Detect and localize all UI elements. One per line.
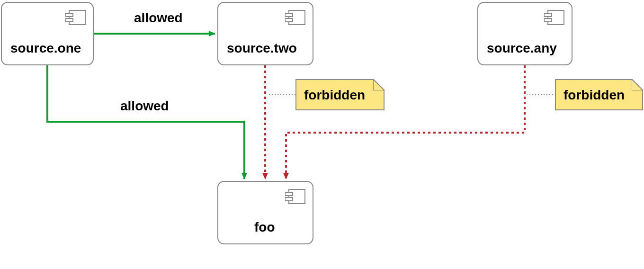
note-forbidden-two: forbidden (295, 79, 385, 110)
component-source-any: source.any (477, 2, 572, 65)
component-label: foo (254, 220, 275, 235)
svg-rect-8 (544, 18, 552, 22)
note-forbidden-any: forbidden (555, 79, 643, 110)
svg-rect-6 (548, 10, 564, 25)
svg-rect-3 (289, 10, 305, 25)
component-source-one: source.one (1, 2, 94, 65)
svg-rect-7 (544, 13, 552, 17)
note-label: forbidden (564, 88, 625, 103)
svg-rect-9 (289, 189, 305, 204)
component-icon (544, 9, 565, 28)
edge-label-allowed-horizontal: allowed (134, 10, 183, 26)
svg-rect-2 (65, 18, 73, 22)
component-label: source.any (487, 41, 557, 56)
svg-rect-10 (285, 192, 293, 196)
component-icon (285, 9, 306, 28)
diagram-canvas: source.one source.two source.any (0, 0, 644, 269)
svg-rect-11 (285, 197, 293, 201)
edge-label-allowed-vertical: allowed (120, 99, 169, 114)
component-label: source.two (227, 41, 297, 56)
svg-rect-0 (69, 10, 85, 25)
svg-rect-1 (65, 13, 73, 17)
component-foo: foo (217, 181, 313, 244)
component-icon (285, 188, 306, 207)
svg-rect-5 (285, 18, 293, 22)
component-icon (65, 9, 86, 28)
edge-allowed-one-to-foo (47, 65, 244, 179)
component-label: source.one (10, 41, 81, 56)
component-source-two: source.two (217, 2, 313, 65)
svg-rect-4 (285, 13, 293, 17)
note-label: forbidden (304, 88, 365, 103)
